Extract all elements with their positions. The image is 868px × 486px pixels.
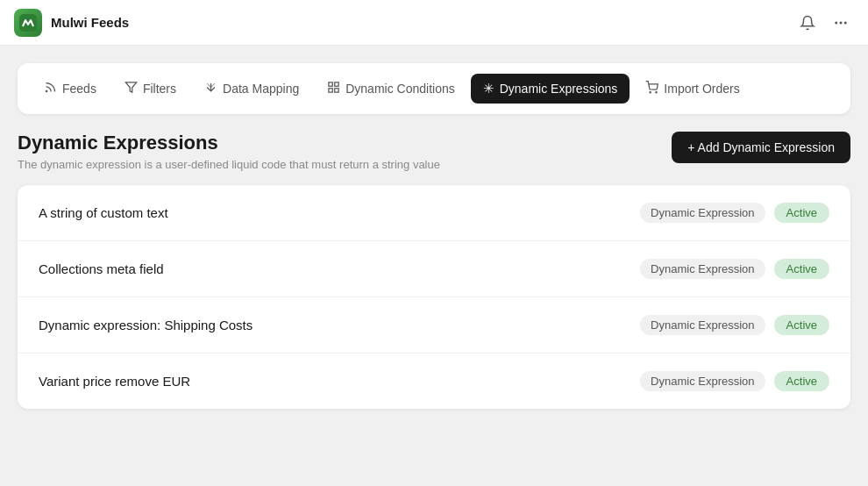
tab-filters-label: Filters [143, 82, 176, 96]
svg-rect-10 [335, 89, 338, 92]
item-badges: Dynamic Expression Active [640, 315, 829, 335]
topbar-left: Mulwi Feeds [14, 9, 129, 37]
tab-import-orders[interactable]: Import Orders [633, 74, 751, 104]
tab-filters[interactable]: Filters [112, 74, 189, 104]
page-title: Dynamic Expressions [18, 132, 440, 154]
svg-point-12 [656, 92, 657, 93]
svg-marker-5 [125, 82, 137, 92]
tab-feeds-label: Feeds [62, 82, 96, 96]
content-wrapper: Feeds Filters Data Mapping [0, 46, 868, 486]
list-item[interactable]: A string of custom text Dynamic Expressi… [18, 185, 850, 241]
dynamic-expressions-icon: ✳ [483, 81, 494, 96]
svg-point-11 [650, 92, 651, 93]
dynamic-conditions-icon [327, 81, 340, 96]
item-name: Collections meta field [39, 261, 164, 276]
page-subtitle: The dynamic expression is a user-defined… [18, 158, 440, 171]
tab-data-mapping[interactable]: Data Mapping [192, 74, 311, 104]
status-badge: Active [774, 203, 829, 223]
list-item[interactable]: Variant price remove EUR Dynamic Express… [18, 354, 850, 409]
tab-feeds[interactable]: Feeds [32, 74, 109, 104]
list-item[interactable]: Dynamic expression: Shipping Costs Dynam… [18, 297, 850, 354]
tab-dynamic-conditions-label: Dynamic Conditions [345, 82, 455, 96]
item-badges: Dynamic Expression Active [640, 203, 829, 223]
type-badge: Dynamic Expression [640, 315, 765, 335]
svg-rect-0 [19, 14, 37, 32]
svg-rect-8 [335, 82, 338, 86]
app-name: Mulwi Feeds [51, 15, 129, 30]
status-badge: Active [774, 259, 829, 279]
svg-point-4 [46, 90, 47, 91]
app-logo [14, 9, 42, 37]
items-card: A string of custom text Dynamic Expressi… [18, 185, 850, 409]
data-mapping-icon [204, 81, 217, 96]
status-badge: Active [774, 315, 829, 335]
section-header: Dynamic Expressions The dynamic expressi… [18, 132, 850, 171]
tab-dynamic-conditions[interactable]: Dynamic Conditions [315, 74, 467, 104]
filters-icon [125, 81, 138, 96]
item-name: Variant price remove EUR [39, 374, 190, 389]
svg-point-2 [840, 21, 843, 24]
item-name: Dynamic expression: Shipping Costs [39, 318, 253, 332]
list-item[interactable]: Collections meta field Dynamic Expressio… [18, 241, 850, 297]
nav-tabs: Feeds Filters Data Mapping [18, 63, 850, 114]
svg-point-1 [835, 21, 837, 24]
item-name: A string of custom text [39, 205, 168, 220]
type-badge: Dynamic Expression [640, 203, 765, 223]
feeds-icon [44, 81, 57, 96]
tab-data-mapping-label: Data Mapping [223, 82, 299, 96]
section-title-block: Dynamic Expressions The dynamic expressi… [18, 132, 440, 171]
type-badge: Dynamic Expression [640, 371, 765, 391]
svg-point-3 [844, 21, 847, 24]
topbar: Mulwi Feeds [0, 0, 868, 46]
add-dynamic-expression-button[interactable]: + Add Dynamic Expression [672, 132, 850, 163]
item-badges: Dynamic Expression Active [640, 259, 829, 279]
notifications-button[interactable] [794, 10, 821, 36]
svg-rect-7 [329, 82, 332, 86]
svg-rect-9 [329, 89, 332, 92]
topbar-right [794, 10, 854, 36]
main-section: Dynamic Expressions The dynamic expressi… [18, 132, 850, 409]
status-badge: Active [774, 371, 829, 391]
item-badges: Dynamic Expression Active [640, 371, 829, 391]
tab-dynamic-expressions-label: Dynamic Expressions [500, 82, 618, 96]
tab-dynamic-expressions[interactable]: ✳ Dynamic Expressions [471, 74, 630, 104]
import-orders-icon [645, 81, 658, 96]
type-badge: Dynamic Expression [640, 259, 765, 279]
more-menu-button[interactable] [828, 10, 854, 36]
tab-import-orders-label: Import Orders [664, 82, 739, 96]
